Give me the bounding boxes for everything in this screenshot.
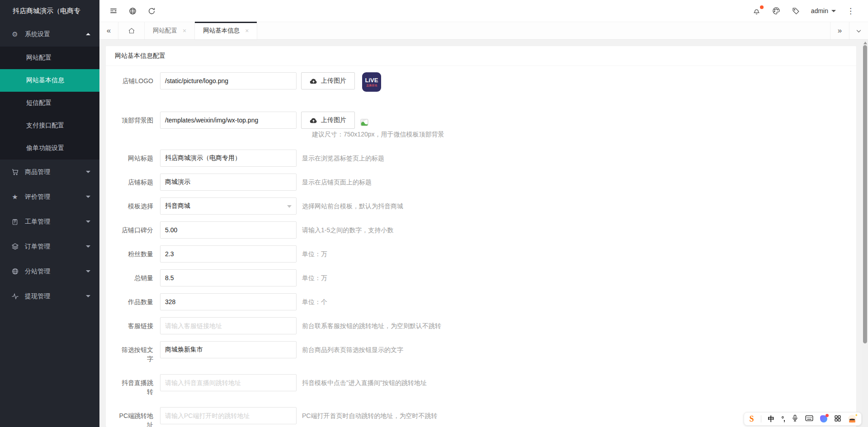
caret-down-icon [86, 171, 90, 173]
notifications-button[interactable] [747, 0, 766, 22]
tabs-menu-chevron-icon[interactable] [849, 22, 868, 39]
gear-icon: ⚙ [11, 30, 19, 38]
tag-button[interactable] [786, 0, 806, 22]
refresh-icon[interactable] [142, 0, 161, 22]
form-row-pc-redirect-url: PC端跳转地址 PC端打开首页时自动跳转的地址，为空时不跳转 [110, 407, 852, 427]
theme-palette-button[interactable] [766, 0, 786, 22]
field-label: 粉丝数量 [110, 245, 160, 263]
field-hint: 单位：万 [302, 245, 327, 263]
form-row-works-count: 作品数量 单位：个 [110, 293, 852, 310]
tab-site-basic-info[interactable]: 网站基本信息 × [195, 22, 257, 39]
field-hint: 单位：个 [302, 293, 327, 310]
tab-bar: « 网站配置 × 网站基本信息 × » [99, 22, 868, 40]
sidebar-group-subsites[interactable]: 分站管理 [0, 259, 99, 284]
cloud-upload-icon [310, 117, 317, 124]
pc-redirect-url-input[interactable] [160, 407, 297, 424]
field-label: 顶部背景图 [110, 112, 160, 129]
ime-mic-icon[interactable] [792, 414, 798, 423]
app-title: 抖店商城演示（电商专 [0, 0, 99, 22]
admin-menu[interactable]: admin [806, 0, 841, 22]
collapse-sidebar-icon[interactable] [104, 0, 123, 22]
form-row-service-link: 客服链接 前台联系客服按钮的跳转地址，为空则默认不跳转 [110, 317, 852, 334]
form-row-template-select: 模板选择 抖音商城 选择网站前台模板，默认为抖音商城 [110, 197, 852, 215]
sidebar-group-orders[interactable]: 订单管理 [0, 234, 99, 259]
site-title-input[interactable] [160, 150, 297, 167]
sidebar-group-reviews[interactable]: ★ 评价管理 [0, 184, 99, 209]
sidebar-item-site-config[interactable]: 网站配置 [0, 47, 99, 69]
shop-title-input[interactable] [160, 174, 297, 191]
globe-icon[interactable] [123, 0, 142, 22]
ime-toolbar: S 中 °, ✦ [744, 412, 862, 426]
field-hint: 显示在店铺页面上的标题 [302, 174, 372, 191]
ime-divider [761, 415, 761, 422]
field-label: 总销量 [110, 269, 160, 286]
notification-badge [760, 5, 764, 9]
close-tab-icon[interactable]: × [245, 27, 249, 34]
scrollbar-up-arrow-icon[interactable] [863, 42, 867, 44]
globe-icon [11, 267, 19, 275]
caret-down-icon [831, 10, 836, 12]
field-label: 筛选按钮文字 [110, 341, 160, 367]
field-label: 店铺口碑分 [110, 221, 160, 239]
tabbar-spacer [257, 22, 830, 39]
field-hint: 抖音模板中点击"进入直播间"按钮的跳转地址 [302, 374, 427, 391]
filter-button-text-input[interactable] [160, 341, 297, 358]
douyin-live-link-input[interactable] [160, 374, 297, 391]
site-basic-info-form: 店铺LOGO 上传图片 LiVE 直播基地 顶部背景图 [106, 66, 856, 427]
top-background-input[interactable] [160, 112, 297, 129]
admin-username: admin [811, 7, 828, 14]
form-row-shop-rating: 店铺口碑分 请输入1-5之间的数字，支持小数 [110, 221, 852, 239]
total-sales-input[interactable] [160, 269, 297, 286]
main-area: admin ⋮ « 网站配置 × 网站基本信息 × » [99, 0, 868, 427]
sidebar-item-payment-config[interactable]: 支付接口配置 [0, 114, 99, 137]
shop-rating-input[interactable] [160, 221, 297, 239]
ime-keyboard-icon[interactable] [805, 415, 813, 423]
ime-emoji-icon[interactable]: ✦ [848, 415, 856, 423]
field-label: 作品数量 [110, 293, 160, 310]
sidebar-group-tickets[interactable]: 工单管理 [0, 209, 99, 234]
sidebar-item-sms-config[interactable]: 短信配置 [0, 92, 99, 114]
star-icon: ★ [11, 193, 19, 201]
settings-card: 网站基本信息配置 店铺LOGO 上传图片 LiVE 直播基地 [106, 46, 856, 427]
field-label: 店铺标题 [110, 174, 160, 191]
sidebar-item-site-basic-info[interactable]: 网站基本信息 [0, 69, 99, 92]
layers-icon [11, 243, 19, 250]
ime-toolbox-grid-icon[interactable] [834, 415, 841, 423]
vertical-scrollbar[interactable] [862, 40, 868, 427]
cart-icon [11, 168, 19, 176]
shop-logo-input[interactable] [160, 72, 297, 89]
upload-logo-button[interactable]: 上传图片 [301, 72, 355, 89]
sidebar-item-order-steal-config[interactable]: 偷单功能设置 [0, 137, 99, 160]
home-tab[interactable] [118, 22, 145, 39]
ime-language-mode-icon[interactable]: 中 [768, 415, 775, 423]
sidebar-group-label: 系统设置 [25, 30, 50, 38]
field-label: 网站标题 [110, 150, 160, 167]
sogou-logo-icon[interactable]: S [749, 414, 754, 424]
caret-down-icon [86, 245, 90, 248]
service-link-input[interactable] [160, 317, 297, 334]
ime-punctuation-icon[interactable]: °, [782, 415, 785, 422]
scrollbar-thumb[interactable] [863, 45, 867, 343]
close-tab-icon[interactable]: × [183, 27, 186, 34]
sidebar-group-goods[interactable]: 商品管理 [0, 160, 99, 184]
tabs-scroll-left-icon[interactable]: « [99, 22, 118, 39]
tabs-scroll-right-icon[interactable]: » [830, 22, 849, 39]
pulse-icon [11, 292, 19, 300]
card-title: 网站基本信息配置 [106, 46, 856, 66]
field-label: 店铺LOGO [110, 72, 160, 89]
sidebar-group-withdrawals[interactable]: 提现管理 [0, 284, 99, 309]
broken-image-icon [360, 119, 368, 127]
upload-background-button[interactable]: 上传图片 [301, 112, 355, 129]
fans-count-input[interactable] [160, 245, 297, 263]
template-select[interactable]: 抖音商城 [160, 197, 297, 215]
caret-down-icon [86, 295, 90, 297]
ime-skin-icon[interactable] [820, 415, 827, 422]
tab-site-config[interactable]: 网站配置 × [145, 22, 195, 39]
works-count-input[interactable] [160, 293, 297, 310]
field-label: PC端跳转地址 [110, 407, 160, 427]
field-label: 抖音直播跳转 [110, 374, 160, 400]
field-hint: 请输入1-5之间的数字，支持小数 [302, 221, 393, 239]
more-menu-icon[interactable]: ⋮ [841, 0, 860, 22]
select-caret-icon [287, 205, 292, 208]
sidebar-group-system-settings[interactable]: ⚙ 系统设置 [0, 22, 99, 47]
